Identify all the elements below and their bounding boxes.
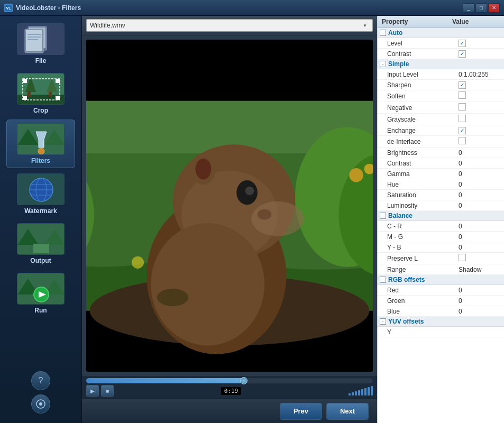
sidebar-item-filters[interactable]: Filters [6,119,75,168]
sidebar-thumb-crop [17,73,65,105]
svg-rect-52 [86,40,373,101]
minimize-button[interactable]: _ [463,3,474,13]
property-name: Level [378,39,456,48]
table-row: Level [378,38,504,49]
table-row: Preserve L [378,253,504,264]
property-name: Range [378,265,456,274]
property-checkbox[interactable] [459,127,466,134]
property-checkbox[interactable] [459,115,466,122]
property-value[interactable] [456,39,504,48]
table-row: M - G0 [378,232,504,242]
sidebar-label-output: Output [30,257,51,264]
property-name: Soften [378,92,456,100]
titlebar: VL VideoLobster - Filters _ □ ✕ [0,0,504,16]
sidebar-item-watermark[interactable]: Watermark [6,170,75,218]
property-checkbox[interactable] [459,40,466,47]
property-value: 0 [456,233,504,241]
property-value[interactable] [456,114,504,124]
property-name: Contrast [378,159,456,168]
property-value: 0:1.00:255 [456,70,504,79]
collapse-icon: - [380,61,386,67]
property-name: de-Interlace [378,137,456,146]
property-value: 0 [456,191,504,199]
property-checkbox[interactable] [459,137,466,144]
section-name: Balance [388,212,413,219]
close-button[interactable]: ✕ [488,3,500,13]
section-header-balance[interactable]: - Balance [378,211,504,221]
svg-rect-23 [56,79,60,83]
svg-point-72 [196,159,212,180]
play-button[interactable]: ▶ [86,385,99,397]
property-value: 0 [456,149,504,157]
property-name: Brightness [378,149,456,157]
property-value[interactable] [456,126,504,135]
maximize-button[interactable]: □ [475,3,487,13]
property-value[interactable] [456,136,504,146]
controls-bar: ▶ ■ 0:19 [82,376,377,399]
property-value: 0 [456,180,504,189]
property-name: Green [378,297,456,305]
property-value[interactable] [456,50,504,58]
property-value[interactable] [456,91,504,101]
collapse-icon: - [380,277,386,283]
svg-point-31 [38,148,44,154]
sidebar-item-crop[interactable]: Crop [6,70,75,117]
titlebar-left: VL VideoLobster - Filters [4,4,81,12]
vol-bar-4 [358,390,360,396]
vol-bar-5 [361,389,363,396]
svg-rect-25 [56,96,60,100]
section-name: Simple [388,60,409,68]
svg-rect-19 [28,92,31,97]
property-name: Preserve L [378,254,456,263]
sidebar-item-run[interactable]: Run [6,270,75,317]
file-dropdown-button[interactable]: ▼ [361,23,369,28]
property-value: 0 [456,307,504,316]
sidebar-thumb-run [17,273,65,305]
time-display: 0:19 [221,387,242,395]
sidebar-thumb-filters [17,123,65,155]
section-header-rgb-offsets[interactable]: - RGB offsets [378,275,504,285]
section-header-yuv-offsets[interactable]: - YUV offsets [378,317,504,327]
property-name: Enchange [378,126,456,135]
stop-button[interactable]: ■ [101,385,114,397]
table-row: Contrast [378,49,504,59]
property-name: Gamma [378,170,456,178]
property-name: Input Level [378,70,456,79]
property-checkbox[interactable] [459,91,466,99]
property-value[interactable] [456,81,504,89]
playback-buttons: ▶ ■ [86,385,114,397]
sidebar: File [0,16,82,423]
property-name: Y - B [378,243,456,252]
property-checkbox[interactable] [459,50,466,58]
properties-list: - Auto LevelContrast - Simple Input Leve… [378,28,504,423]
sidebar-item-file[interactable]: File [6,20,75,68]
svg-rect-43 [33,244,49,253]
property-value: 0 [456,243,504,252]
property-checkbox[interactable] [459,81,466,89]
sidebar-label-file: File [35,57,47,65]
property-value[interactable] [456,253,504,263]
help-button[interactable]: ? [31,371,50,390]
prev-button[interactable]: Prev [280,403,322,420]
sidebar-thumb-watermark [17,173,65,205]
progress-bar[interactable] [86,378,373,383]
settings-button[interactable] [31,394,50,413]
svg-point-51 [39,402,42,406]
svg-point-73 [251,201,304,236]
table-row: Y - B0 [378,242,504,253]
selected-file-label: Wildlife.wmv [90,22,361,29]
table-row: Hue0 [378,179,504,190]
property-value: 0 [456,159,504,168]
property-name: Sharpen [378,81,456,89]
sidebar-item-output[interactable]: Output [6,220,75,268]
property-checkbox[interactable] [459,103,466,111]
section-header-simple[interactable]: - Simple [378,59,504,69]
next-button[interactable]: Next [326,403,369,420]
property-value[interactable] [456,103,504,113]
property-name: Contrast [378,50,456,58]
property-col-header: Property [382,18,452,25]
table-row: Soften [378,90,504,102]
property-checkbox[interactable] [459,254,466,261]
section-header-auto[interactable]: - Auto [378,28,504,38]
property-value: 0 [456,297,504,305]
